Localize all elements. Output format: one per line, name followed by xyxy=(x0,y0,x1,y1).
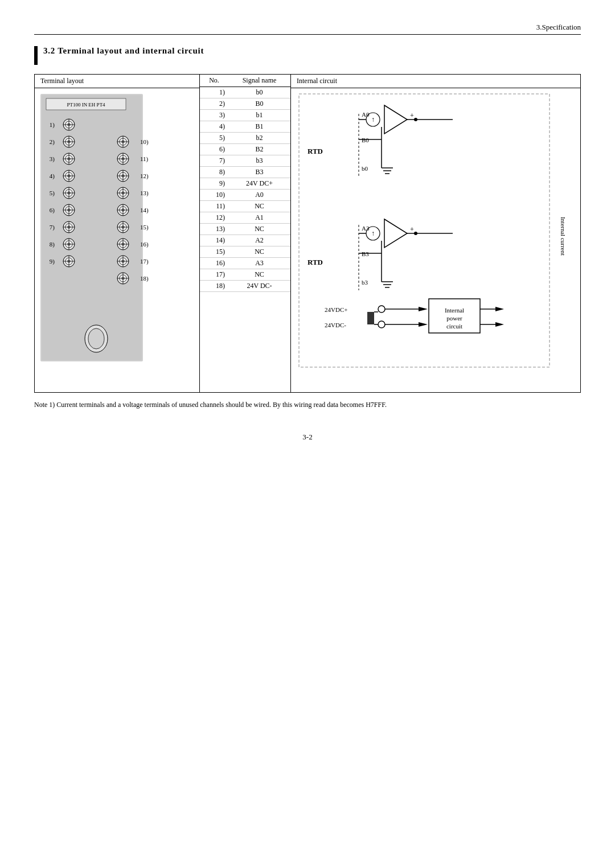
table-cell-signal: b3 xyxy=(228,155,290,167)
table-row: 3)b1 xyxy=(200,110,290,121)
svg-text:B0: B0 xyxy=(362,137,369,143)
table-cell-no: 4) xyxy=(200,121,228,133)
terminal-layout-svg: PT100 IN EH PT4 1) 2) xyxy=(35,88,199,379)
signal-table-body: 1)b02)B03)b14)B15)b26)B27)b38)B39)24V DC… xyxy=(200,87,290,292)
svg-marker-170 xyxy=(495,322,504,327)
table-row: 6)B2 xyxy=(200,144,290,155)
table-cell-no: 14) xyxy=(200,235,228,246)
table-cell-no: 11) xyxy=(200,201,228,212)
table-cell-no: 1) xyxy=(200,87,228,98)
svg-text:15): 15) xyxy=(140,224,149,231)
svg-marker-136 xyxy=(384,219,407,248)
svg-text:3): 3) xyxy=(50,155,55,163)
header-line: 3.Specification xyxy=(34,23,581,35)
svg-text:6): 6) xyxy=(50,207,55,214)
table-cell-no: 5) xyxy=(200,133,228,144)
svg-text:2): 2) xyxy=(50,138,55,146)
table-cell-signal: 24V DC+ xyxy=(228,178,290,190)
title-bar-decoration xyxy=(34,46,38,65)
svg-text:Internal: Internal xyxy=(445,307,464,314)
table-cell-no: 6) xyxy=(200,144,228,155)
table-row: 13)NC xyxy=(200,224,290,235)
page-number: 3-2 xyxy=(34,433,581,442)
table-row: 11)NC xyxy=(200,201,290,212)
internal-circuit-section: Internal circuit RTD A0 ↑ xyxy=(291,75,580,392)
svg-text:+: + xyxy=(410,225,414,233)
svg-text:11): 11) xyxy=(140,155,149,163)
svg-text:4): 4) xyxy=(50,172,55,180)
terminal-layout-content: PT100 IN EH PT4 1) 2) xyxy=(35,88,199,379)
svg-text:5): 5) xyxy=(50,190,55,197)
svg-point-153 xyxy=(378,306,385,312)
table-cell-no: 18) xyxy=(200,281,228,292)
svg-text:9): 9) xyxy=(50,258,55,265)
section-title-bar: 3.2 Terminal layout and internal circuit xyxy=(34,46,581,65)
table-cell-signal: A1 xyxy=(228,212,290,224)
svg-text:PT100 IN EH PT4: PT100 IN EH PT4 xyxy=(67,102,105,108)
svg-text:b0: b0 xyxy=(362,165,368,172)
svg-marker-168 xyxy=(495,307,504,311)
svg-text:24VDC+: 24VDC+ xyxy=(325,306,347,313)
table-cell-no: 13) xyxy=(200,224,228,235)
svg-text:↑: ↑ xyxy=(371,229,375,237)
svg-text:circuit: circuit xyxy=(446,323,462,330)
table-row: 15)NC xyxy=(200,246,290,258)
svg-text:14): 14) xyxy=(140,207,149,214)
svg-text:+: + xyxy=(410,112,414,120)
table-cell-signal: NC xyxy=(228,246,290,258)
table-cell-signal: A2 xyxy=(228,235,290,246)
svg-text:16): 16) xyxy=(140,241,149,248)
svg-text:RTD: RTD xyxy=(308,147,323,155)
table-cell-signal: B0 xyxy=(228,98,290,110)
terminal-layout-section: Terminal layout PT100 IN EH PT4 1) xyxy=(35,75,200,392)
footer-note: Note 1) Current terminals and a voltage … xyxy=(34,400,581,410)
table-row: 4)B1 xyxy=(200,121,290,133)
internal-circuit-svg: RTD A0 ↑ + B xyxy=(291,88,580,379)
table-cell-signal: NC xyxy=(228,269,290,281)
signal-table: No. Signal name 1)b02)B03)b14)B15)b26)B2… xyxy=(200,75,290,292)
table-row: 8)B3 xyxy=(200,167,290,178)
table-row: 5)b2 xyxy=(200,133,290,144)
svg-text:24VDC-: 24VDC- xyxy=(325,322,346,328)
table-cell-signal: NC xyxy=(228,224,290,235)
svg-rect-155 xyxy=(367,312,374,324)
svg-text:10): 10) xyxy=(140,138,149,146)
svg-text:b3: b3 xyxy=(362,279,368,286)
table-cell-no: 3) xyxy=(200,110,228,121)
svg-text:18): 18) xyxy=(140,275,149,282)
table-row: 18)24V DC- xyxy=(200,281,290,292)
table-row: 10)A0 xyxy=(200,190,290,201)
table-cell-signal: B1 xyxy=(228,121,290,133)
svg-point-154 xyxy=(378,321,385,328)
table-row: 1)b0 xyxy=(200,87,290,98)
svg-text:B3: B3 xyxy=(362,250,369,257)
col-signal-header: Signal name xyxy=(228,75,290,87)
table-row: 9)24V DC+ xyxy=(200,178,290,190)
table-cell-signal: 24V DC- xyxy=(228,281,290,292)
table-cell-no: 16) xyxy=(200,258,228,269)
table-row: 14)A2 xyxy=(200,235,290,246)
svg-text:↑: ↑ xyxy=(371,116,375,124)
svg-text:13): 13) xyxy=(140,190,149,197)
internal-circuit-content: RTD A0 ↑ + B xyxy=(291,88,580,379)
table-cell-signal: b1 xyxy=(228,110,290,121)
section-title: 3.2 Terminal layout and internal circuit xyxy=(43,46,204,56)
table-cell-no: 8) xyxy=(200,167,228,178)
table-cell-no: 17) xyxy=(200,269,228,281)
table-cell-signal: B2 xyxy=(228,144,290,155)
table-cell-signal: A3 xyxy=(228,258,290,269)
table-cell-signal: b2 xyxy=(228,133,290,144)
svg-text:12): 12) xyxy=(140,172,149,180)
svg-text:RTD: RTD xyxy=(308,258,323,266)
table-row: 17)NC xyxy=(200,269,290,281)
internal-circuit-header: Internal circuit xyxy=(291,75,580,88)
svg-text:17): 17) xyxy=(140,258,149,265)
col-no-header: No. xyxy=(200,75,228,87)
table-cell-signal: A0 xyxy=(228,190,290,201)
table-cell-no: 9) xyxy=(200,178,228,190)
svg-text:8): 8) xyxy=(50,241,55,248)
svg-text:7): 7) xyxy=(50,224,55,231)
table-row: 12)A1 xyxy=(200,212,290,224)
table-cell-no: 7) xyxy=(200,155,228,167)
svg-point-113 xyxy=(88,328,104,349)
